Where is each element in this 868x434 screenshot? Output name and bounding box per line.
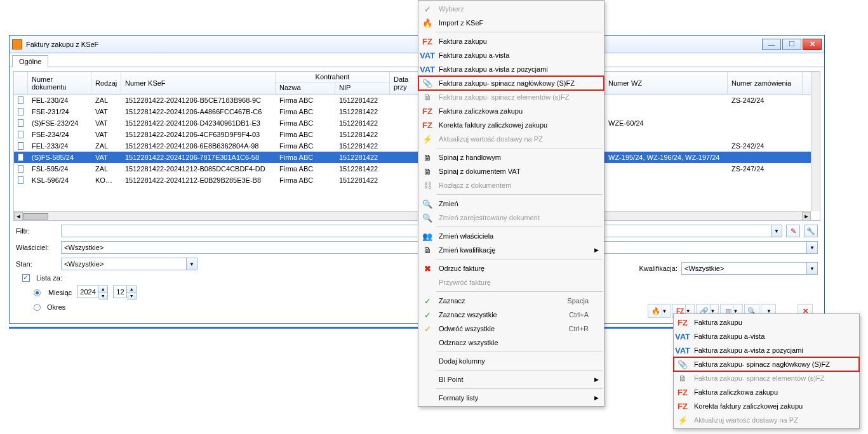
menu-change-qual[interactable]: 🗎Zmień kwalifikację▶ (418, 243, 604, 257)
maximize-button[interactable]: ☐ (782, 39, 801, 50)
grid-body: FEL-230/24ZAL1512281422-20241206-B5CE718… (14, 95, 820, 186)
scroll-right-arrow[interactable]: ► (802, 212, 811, 221)
col-order[interactable]: Numer zamówienia (728, 72, 803, 94)
menu-join-vat[interactable]: 🗎Spinaj z dokumentem VAT (418, 164, 604, 178)
vat-icon: VAT (421, 50, 434, 60)
row-checkbox[interactable] (18, 165, 23, 173)
month-radio[interactable] (34, 289, 41, 296)
submenu-fz[interactable]: FZFaktura zakupu (674, 315, 859, 329)
qualification-combo[interactable]: <Wszystkie>▼ (681, 262, 818, 275)
chevron-down-icon: ▼ (771, 225, 782, 237)
menu-change[interactable]: 🔍Zmień (418, 197, 604, 211)
listfor-checkbox[interactable] (22, 274, 30, 282)
spin-up-icon[interactable]: ▲ (127, 286, 136, 293)
close-button[interactable]: ✕ (803, 39, 822, 50)
owner-label: Właściciel: (16, 244, 57, 251)
check-icon: ✓ (421, 324, 434, 334)
page-icon: 🗎 (421, 245, 434, 255)
table-row[interactable]: FSL-595/24ZAL1512281422-20241212-B085DC4… (14, 163, 820, 174)
submenu-fz-zal[interactable]: FZFaktura zaliczkowa zakupu (674, 385, 859, 399)
row-checkbox[interactable] (18, 96, 23, 104)
menu-reject[interactable]: ✖Odrzuć fakturę (418, 261, 604, 275)
row-checkbox[interactable] (18, 108, 23, 115)
chevron-right-icon: ▶ (594, 376, 599, 383)
horizontal-scrollbar[interactable]: ◄ ► (14, 211, 811, 220)
menu-add-cols[interactable]: Dodaj kolumny (418, 354, 604, 368)
app-icon (12, 39, 22, 49)
blank-icon (421, 393, 434, 403)
menu-fz[interactable]: FZFaktura zakupu (418, 34, 604, 48)
filter-build-button[interactable]: 🔧 (804, 225, 818, 237)
table-row[interactable]: FEL-230/24ZAL1512281422-20241206-B5CE718… (14, 95, 820, 106)
toolbar-dropdown-menu[interactable]: FZFaktura zakupu VATFaktura zakupu a-vis… (673, 313, 860, 429)
menu-join-hand[interactable]: 🗎Spinaj z handlowym (418, 150, 604, 164)
col-type[interactable]: Rodzaj (91, 72, 121, 94)
scroll-left-arrow[interactable]: ◄ (14, 212, 23, 221)
row-checkbox[interactable] (18, 154, 23, 161)
check-icon: ✓ (421, 296, 434, 306)
row-checkbox[interactable] (18, 119, 23, 127)
menu-list-formats[interactable]: Formaty listy▶ (418, 391, 604, 405)
x-icon: ✖ (421, 263, 434, 273)
menu-select[interactable]: ✓ZaznaczSpacja (418, 294, 604, 308)
menu-bipoint[interactable]: BI Point▶ (418, 372, 604, 386)
row-checkbox[interactable] (18, 176, 23, 184)
row-checkbox[interactable] (18, 142, 23, 150)
state-combo[interactable]: <Wszystkie>▼ (61, 258, 197, 270)
check-icon: ✓ (421, 4, 434, 14)
grid-header: Numer dokumentu Rodzaj Numer KSeF Kontra… (14, 72, 820, 95)
submenu-fz-avista[interactable]: VATFaktura zakupu a-vista (674, 329, 859, 343)
col-date[interactable]: Data przy (390, 72, 420, 94)
submenu-update-pz: ⚡Aktualizuj wartość dostawy na PZ (674, 413, 859, 427)
menu-invert-all[interactable]: ✓Odwróć wszystkieCtrl+R (418, 322, 604, 336)
table-row[interactable]: FSE-234/24VAT1512281422-20241206-4CF639D… (14, 129, 820, 140)
col-ksef[interactable]: Numer KSeF (121, 72, 276, 94)
fire-icon: 🔥 (421, 18, 434, 28)
menu-separator (436, 259, 603, 260)
table-row[interactable]: KSL-596/24KOR_ZA1512281422-20241212-E0B2… (14, 174, 820, 186)
col-wz[interactable]: Numer WZ (604, 72, 728, 94)
chevron-right-icon: ▶ (594, 247, 599, 253)
menu-fz-avista[interactable]: VATFaktura zakupu a-vista (418, 48, 604, 62)
spin-down-icon[interactable]: ▼ (127, 293, 136, 299)
year-spinner[interactable]: 2024 ▲▼ (77, 286, 108, 299)
table-row[interactable]: FEL-233/24ZAL1512281422-20241206-6E8B636… (14, 140, 820, 152)
spin-up-icon[interactable]: ▲ (98, 286, 107, 293)
menu-deselect-all[interactable]: Odznacz wszystkie (418, 336, 604, 350)
restore-icon (421, 277, 434, 287)
menu-fz-zal[interactable]: FZFaktura zaliczkowa zakupu (418, 104, 604, 118)
submenu-fz-spinacz-nagl[interactable]: 📎Faktura zakupu- spinacz nagłówkowy (S)F… (674, 357, 859, 371)
month-spinner[interactable]: 12 ▲▼ (113, 286, 137, 299)
table-row[interactable]: (S)FS-585/24VAT1512281422-20241206-7817E… (14, 152, 820, 163)
menu-fz-avista-poz[interactable]: VATFaktura zakupu a-vista z pozycjami (418, 62, 604, 76)
context-menu[interactable]: ✓Wybierz 🔥Import z KSeF FZFaktura zakupu… (418, 0, 604, 407)
col-name[interactable]: Nazwa (276, 82, 335, 94)
tab-general[interactable]: Ogólne (12, 55, 48, 67)
table-row[interactable]: (S)FSE-232/24VAT1512281422-20241206-D423… (14, 117, 820, 129)
magnifier-icon: 🔍 (421, 199, 434, 209)
menu-change-owner[interactable]: 👥Zmień właściciela (418, 229, 604, 243)
data-grid[interactable]: Numer dokumentu Rodzaj Numer KSeF Kontra… (13, 71, 820, 221)
fzal-kor-icon: FZ (676, 401, 689, 411)
paperclip-icon: 📎 (421, 78, 434, 88)
vertical-scrollbar[interactable] (811, 72, 820, 211)
menu-import-ksef[interactable]: 🔥Import z KSeF (418, 16, 604, 30)
chevron-down-icon: ▼ (806, 263, 817, 274)
row-checkbox[interactable] (18, 131, 23, 138)
col-doc[interactable]: Numer dokumentu (28, 72, 91, 94)
spin-down-icon[interactable]: ▼ (98, 293, 107, 299)
table-row[interactable]: FSE-231/24VAT1512281422-20241206-A4866FC… (14, 106, 820, 117)
submenu-fz-avista-poz[interactable]: VATFaktura zakupu a-vista z pozycjami (674, 343, 859, 357)
scroll-thumb[interactable] (23, 213, 48, 220)
submenu-fz-zal-kor[interactable]: FZKorekta faktury zaliczkowej zakupu (674, 399, 859, 413)
menu-fz-zal-kor[interactable]: FZKorekta faktury zaliczkowej zakupu (418, 118, 604, 132)
minimize-button[interactable]: — (762, 39, 781, 50)
menu-select-all[interactable]: ✓Zaznacz wszystkieCtrl+A (418, 308, 604, 322)
import-ksef-button[interactable]: 🔥▼ (648, 304, 671, 318)
col-nip[interactable]: NIP (335, 82, 389, 94)
filter-edit-button[interactable]: ✎ (786, 225, 800, 237)
menu-fz-spinacz-nagl[interactable]: 📎Faktura zakupu- spinacz nagłówkowy (S)F… (418, 76, 604, 90)
col-contractor[interactable]: Kontrahent Nazwa NIP (276, 72, 390, 94)
paperclip-icon: 📎 (676, 359, 689, 369)
pencil-icon: ✎ (791, 227, 796, 235)
